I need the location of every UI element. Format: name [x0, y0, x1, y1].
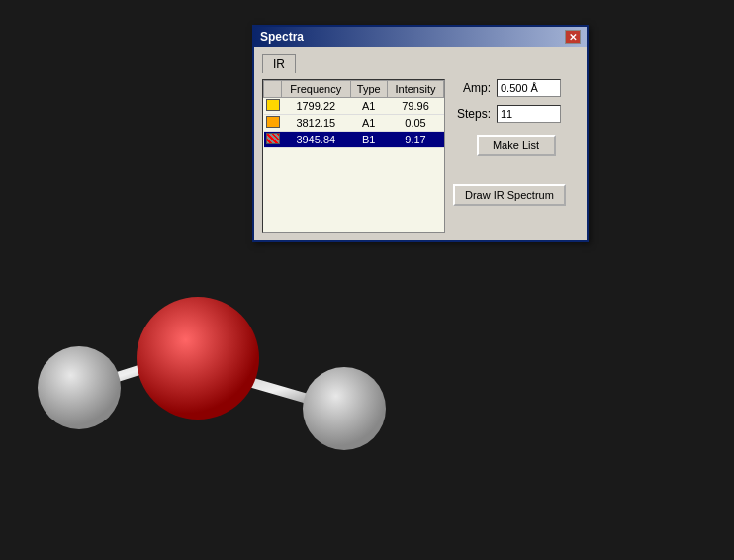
table-row[interactable]: 3812.15A10.05: [264, 115, 444, 132]
amp-input[interactable]: [497, 79, 561, 97]
steps-label: Steps:: [453, 107, 491, 121]
color-cell: [264, 132, 282, 148]
table-header-row: Frequency Type Intensity: [264, 81, 444, 98]
content-area: Frequency Type Intensity 1799.22A179.963…: [262, 79, 579, 233]
make-list-button[interactable]: Make List: [477, 135, 556, 156]
frequency-cell: 3812.15: [282, 115, 351, 132]
type-col-header: Type: [350, 81, 387, 98]
frequency-table: Frequency Type Intensity 1799.22A179.963…: [263, 80, 444, 148]
close-button[interactable]: ✕: [565, 30, 581, 44]
intensity-cell: 79.96: [388, 98, 444, 115]
table-row[interactable]: 1799.22A179.96: [264, 98, 444, 115]
steps-row: Steps:: [453, 105, 579, 123]
amp-label: Amp:: [453, 81, 491, 95]
amp-row: Amp:: [453, 79, 579, 97]
type-cell: A1: [350, 115, 387, 132]
svg-point-3: [303, 367, 386, 450]
frequency-col-header: Frequency: [282, 81, 351, 98]
type-cell: B1: [350, 132, 387, 148]
intensity-cell: 0.05: [388, 115, 444, 132]
spectra-window: Spectra ✕ IR Frequency Type Intensity: [252, 25, 589, 242]
color-cell: [264, 98, 282, 115]
window-title: Spectra: [260, 30, 304, 44]
type-cell: A1: [350, 98, 387, 115]
steps-input[interactable]: [497, 105, 561, 123]
tab-ir[interactable]: IR: [262, 54, 296, 73]
color-cell: [264, 115, 282, 132]
table-row[interactable]: 3945.84B19.17: [264, 132, 444, 148]
color-col-header: [264, 81, 282, 98]
tab-bar: IR: [262, 54, 579, 73]
color-swatch-pattern: [266, 133, 280, 144]
color-swatch: [266, 116, 280, 128]
svg-point-2: [38, 346, 121, 429]
molecule-svg: [30, 228, 425, 544]
right-panel: Amp: Steps: Make List Draw IR Spectrum: [453, 79, 579, 233]
svg-point-4: [137, 297, 259, 420]
intensity-col-header: Intensity: [388, 81, 444, 98]
intensity-cell: 9.17: [388, 132, 444, 148]
color-swatch: [266, 99, 280, 111]
frequency-cell: 3945.84: [282, 132, 351, 148]
draw-ir-button[interactable]: Draw IR Spectrum: [453, 184, 566, 206]
frequency-table-container: Frequency Type Intensity 1799.22A179.963…: [262, 79, 445, 233]
window-body: IR Frequency Type Intensity 1799.22: [254, 47, 587, 240]
frequency-cell: 1799.22: [282, 98, 351, 115]
title-bar: Spectra ✕: [254, 27, 587, 47]
